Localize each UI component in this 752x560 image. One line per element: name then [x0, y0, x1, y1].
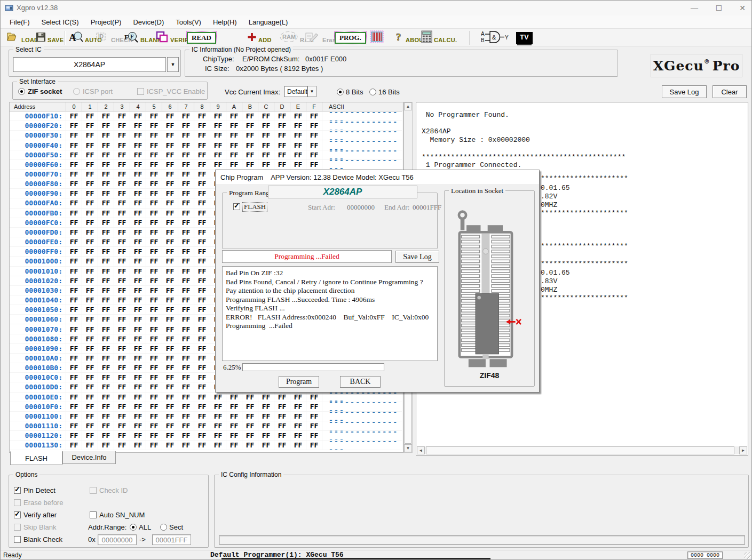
hex-cell[interactable]: FF: [146, 431, 162, 441]
hex-cell[interactable]: FF: [66, 286, 82, 295]
hex-cell[interactable]: FF: [274, 393, 290, 402]
hex-cell[interactable]: FF: [258, 160, 274, 170]
hex-cell[interactable]: FF: [114, 305, 130, 315]
hex-cell[interactable]: FF: [82, 324, 98, 334]
hex-cell[interactable]: FF: [146, 402, 162, 412]
hex-cell[interactable]: FF: [98, 421, 114, 431]
hex-cell[interactable]: FF: [130, 286, 146, 295]
hex-cell[interactable]: FF: [130, 267, 146, 276]
hex-cell[interactable]: FF: [146, 179, 162, 189]
hex-cell[interactable]: FF: [194, 189, 210, 198]
ic-combo-value[interactable]: X2864AP: [13, 57, 166, 72]
hex-cell[interactable]: FF: [82, 305, 98, 315]
hex-cell[interactable]: FF: [130, 441, 146, 450]
hex-cell[interactable]: FF: [194, 218, 210, 228]
hex-cell[interactable]: FF: [290, 160, 306, 170]
hex-cell[interactable]: FF: [114, 160, 130, 170]
hex-cell[interactable]: FF: [146, 131, 162, 140]
hex-cell[interactable]: FF: [66, 324, 82, 334]
hex-cell[interactable]: FF: [242, 160, 258, 170]
hex-cell[interactable]: FF: [66, 140, 82, 150]
hex-cell[interactable]: FF: [98, 247, 114, 257]
hex-cell[interactable]: FF: [226, 160, 242, 170]
hex-cell[interactable]: FF: [98, 344, 114, 354]
hex-cell[interactable]: FF: [130, 354, 146, 363]
hex-cell[interactable]: FF: [146, 121, 162, 131]
log-horizontal-scrollbar[interactable]: ◀ ▶: [417, 446, 747, 454]
hex-cell[interactable]: FF: [290, 150, 306, 160]
hex-cell[interactable]: FF: [146, 228, 162, 237]
hex-cell[interactable]: FF: [242, 431, 258, 441]
hex-cell[interactable]: FF: [194, 393, 210, 402]
icsp-vcc-checkbox[interactable]: [137, 88, 144, 95]
hex-cell[interactable]: FF: [194, 247, 210, 257]
hex-cell[interactable]: FF: [178, 189, 194, 198]
hex-cell[interactable]: FF: [242, 131, 258, 140]
hex-cell[interactable]: FF: [146, 334, 162, 344]
hex-cell[interactable]: FF: [146, 140, 162, 150]
hex-cell[interactable]: FF: [194, 412, 210, 421]
hex-cell[interactable]: FF: [66, 315, 82, 324]
hex-cell[interactable]: FF: [178, 160, 194, 170]
dialog-save-log-button[interactable]: Save Log: [395, 251, 439, 263]
hex-cell[interactable]: FF: [98, 412, 114, 421]
hex-cell[interactable]: FF: [66, 189, 82, 198]
hex-cell[interactable]: FF: [98, 170, 114, 179]
hex-cell[interactable]: FF: [82, 237, 98, 247]
hex-cell[interactable]: FF: [82, 267, 98, 276]
hex-cell[interactable]: FF: [114, 324, 130, 334]
hex-cell[interactable]: FF: [178, 170, 194, 179]
hex-cell[interactable]: FF: [194, 276, 210, 286]
hex-cell[interactable]: FF: [258, 140, 274, 150]
hex-cell[interactable]: FF: [98, 305, 114, 315]
hex-cell[interactable]: FF: [274, 421, 290, 431]
hex-cell[interactable]: FF: [162, 189, 178, 198]
hex-cell[interactable]: FF: [226, 111, 242, 121]
hex-cell[interactable]: FF: [162, 402, 178, 412]
hex-cell[interactable]: FF: [194, 209, 210, 218]
hex-cell[interactable]: FF: [98, 286, 114, 295]
hex-cell[interactable]: FF: [130, 150, 146, 160]
hex-cell[interactable]: FF: [82, 170, 98, 179]
hex-cell[interactable]: FF: [66, 431, 82, 441]
hex-cell[interactable]: FF: [226, 131, 242, 140]
hex-cell[interactable]: FF: [66, 354, 82, 363]
hex-cell[interactable]: FF: [66, 111, 82, 121]
ic-combo-dropdown-button[interactable]: ▼: [167, 57, 179, 72]
hex-cell[interactable]: FF: [178, 441, 194, 450]
hex-cell[interactable]: FF: [146, 209, 162, 218]
tab-flash[interactable]: FLASH: [10, 451, 62, 465]
hex-cell[interactable]: FF: [162, 257, 178, 266]
hex-cell[interactable]: FF: [66, 237, 82, 247]
hex-cell[interactable]: FF: [178, 286, 194, 295]
hex-cell[interactable]: FF: [274, 131, 290, 140]
hex-cell[interactable]: FF: [98, 179, 114, 189]
hex-cell[interactable]: FF: [114, 121, 130, 131]
hex-cell[interactable]: FF: [114, 131, 130, 140]
hex-cell[interactable]: FF: [242, 441, 258, 450]
hex-cell[interactable]: FF: [162, 441, 178, 450]
hex-cell[interactable]: FF: [130, 257, 146, 266]
hex-cell[interactable]: FF: [98, 267, 114, 276]
addr-range-sect-radio[interactable]: [160, 524, 167, 531]
hex-cell[interactable]: FF: [114, 179, 130, 189]
hex-cell[interactable]: FF: [178, 198, 194, 208]
hex-cell[interactable]: FF: [114, 286, 130, 295]
add-button[interactable]: ADD: [247, 30, 272, 46]
hex-cell[interactable]: FF: [274, 140, 290, 150]
erase-button[interactable]: Erase: [305, 30, 339, 46]
hex-cell[interactable]: FF: [194, 198, 210, 208]
hex-cell[interactable]: FF: [290, 412, 306, 421]
hex-cell[interactable]: FF: [194, 228, 210, 237]
hex-cell[interactable]: FF: [82, 228, 98, 237]
hex-cell[interactable]: FF: [130, 247, 146, 257]
scroll-left-icon[interactable]: ◀: [417, 446, 425, 454]
hex-cell[interactable]: FF: [66, 402, 82, 412]
hex-cell[interactable]: FF: [178, 150, 194, 160]
hex-cell[interactable]: FF: [306, 412, 322, 421]
hex-cell[interactable]: FF: [194, 305, 210, 315]
hex-cell[interactable]: FF: [146, 354, 162, 363]
hex-cell[interactable]: FF: [258, 421, 274, 431]
hex-cell[interactable]: FF: [194, 237, 210, 247]
hex-cell[interactable]: FF: [146, 267, 162, 276]
